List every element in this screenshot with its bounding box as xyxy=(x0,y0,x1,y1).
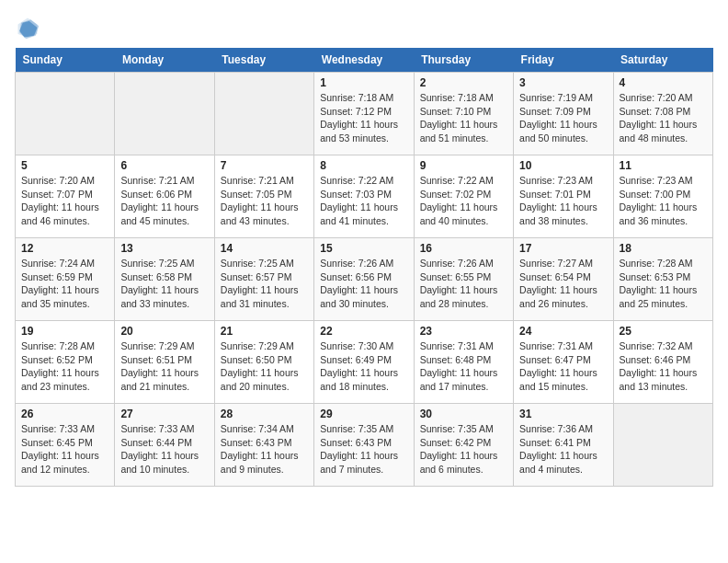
sunrise-text: Sunrise: 7:35 AM xyxy=(420,422,507,436)
calendar-cell: 2Sunrise: 7:18 AMSunset: 7:10 PMDaylight… xyxy=(414,73,513,155)
day-info: Sunrise: 7:23 AMSunset: 7:01 PMDaylight:… xyxy=(519,174,607,228)
calendar-cell: 11Sunrise: 7:23 AMSunset: 7:00 PMDayligh… xyxy=(613,155,712,238)
sunrise-text: Sunrise: 7:20 AM xyxy=(21,174,108,188)
sunset-text: Sunset: 6:52 PM xyxy=(21,353,108,367)
day-number: 8 xyxy=(320,159,407,172)
sunrise-text: Sunrise: 7:30 AM xyxy=(320,339,407,353)
day-number: 3 xyxy=(519,76,607,89)
calendar-cell: 18Sunrise: 7:28 AMSunset: 6:53 PMDayligh… xyxy=(613,238,712,321)
day-info: Sunrise: 7:35 AMSunset: 6:42 PMDaylight:… xyxy=(420,422,507,477)
calendar-cell: 8Sunrise: 7:22 AMSunset: 7:03 PMDaylight… xyxy=(314,155,414,238)
weekday-header: Sunday xyxy=(16,48,115,73)
daylight-text: Daylight: 11 hours and 9 minutes. xyxy=(221,449,308,476)
sunrise-text: Sunrise: 7:29 AM xyxy=(120,339,208,353)
day-number: 4 xyxy=(620,76,707,89)
day-info: Sunrise: 7:27 AMSunset: 6:54 PMDaylight:… xyxy=(519,257,607,311)
day-info: Sunrise: 7:28 AMSunset: 6:53 PMDaylight:… xyxy=(620,257,707,311)
calendar-cell: 7Sunrise: 7:21 AMSunset: 7:05 PMDaylight… xyxy=(214,155,313,238)
day-info: Sunrise: 7:25 AMSunset: 6:57 PMDaylight:… xyxy=(221,257,308,311)
weekday-header: Tuesday xyxy=(214,48,313,73)
daylight-text: Daylight: 11 hours and 46 minutes. xyxy=(21,201,108,227)
weekday-header: Saturday xyxy=(613,48,712,73)
sunrise-text: Sunrise: 7:36 AM xyxy=(519,422,607,436)
sunset-text: Sunset: 7:00 PM xyxy=(620,188,707,201)
day-info: Sunrise: 7:36 AMSunset: 6:41 PMDaylight:… xyxy=(519,422,607,477)
sunrise-text: Sunrise: 7:19 AM xyxy=(519,91,607,105)
daylight-text: Daylight: 11 hours and 31 minutes. xyxy=(221,283,308,310)
day-number: 31 xyxy=(519,408,607,420)
day-info: Sunrise: 7:21 AMSunset: 6:06 PMDaylight:… xyxy=(120,174,208,228)
sunset-text: Sunset: 7:08 PM xyxy=(620,105,707,119)
sunset-text: Sunset: 6:42 PM xyxy=(420,436,507,450)
day-info: Sunrise: 7:35 AMSunset: 6:43 PMDaylight:… xyxy=(320,422,407,477)
daylight-text: Daylight: 11 hours and 43 minutes. xyxy=(221,201,308,227)
sunrise-text: Sunrise: 7:26 AM xyxy=(320,257,407,270)
sunset-text: Sunset: 6:50 PM xyxy=(221,353,308,367)
sunrise-text: Sunrise: 7:21 AM xyxy=(120,174,208,188)
day-info: Sunrise: 7:34 AMSunset: 6:43 PMDaylight:… xyxy=(221,422,308,477)
sunrise-text: Sunrise: 7:28 AM xyxy=(21,339,108,353)
day-number: 24 xyxy=(519,325,607,338)
sunset-text: Sunset: 6:43 PM xyxy=(221,436,308,450)
sunrise-text: Sunrise: 7:34 AM xyxy=(221,422,308,436)
calendar-cell: 13Sunrise: 7:25 AMSunset: 6:58 PMDayligh… xyxy=(115,238,214,321)
sunset-text: Sunset: 6:51 PM xyxy=(120,353,208,367)
daylight-text: Daylight: 11 hours and 6 minutes. xyxy=(420,449,507,476)
calendar-cell: 23Sunrise: 7:31 AMSunset: 6:48 PMDayligh… xyxy=(414,321,513,404)
day-number: 10 xyxy=(519,159,607,172)
day-number: 26 xyxy=(21,408,108,420)
day-info: Sunrise: 7:31 AMSunset: 6:48 PMDaylight:… xyxy=(420,339,507,394)
day-info: Sunrise: 7:26 AMSunset: 6:55 PMDaylight:… xyxy=(420,257,507,311)
sunrise-text: Sunrise: 7:31 AM xyxy=(519,339,607,353)
sunrise-text: Sunrise: 7:18 AM xyxy=(420,91,507,105)
calendar-week-row: 12Sunrise: 7:24 AMSunset: 6:59 PMDayligh… xyxy=(16,238,713,321)
sunrise-text: Sunrise: 7:33 AM xyxy=(21,422,108,436)
sunrise-text: Sunrise: 7:28 AM xyxy=(620,257,707,270)
calendar-cell: 30Sunrise: 7:35 AMSunset: 6:42 PMDayligh… xyxy=(414,404,513,487)
sunrise-text: Sunrise: 7:18 AM xyxy=(320,91,407,105)
day-number: 9 xyxy=(420,159,507,172)
daylight-text: Daylight: 11 hours and 53 minutes. xyxy=(320,118,407,144)
day-number: 6 xyxy=(120,159,208,172)
day-number: 1 xyxy=(320,76,407,89)
sunset-text: Sunset: 7:09 PM xyxy=(519,105,607,119)
calendar-cell: 16Sunrise: 7:26 AMSunset: 6:55 PMDayligh… xyxy=(414,238,513,321)
sunset-text: Sunset: 7:05 PM xyxy=(221,188,308,201)
calendar-cell: 21Sunrise: 7:29 AMSunset: 6:50 PMDayligh… xyxy=(214,321,313,404)
daylight-text: Daylight: 11 hours and 33 minutes. xyxy=(120,283,208,310)
weekday-header: Monday xyxy=(115,48,214,73)
day-number: 29 xyxy=(320,408,407,420)
calendar-table: SundayMondayTuesdayWednesdayThursdayFrid… xyxy=(15,48,713,487)
daylight-text: Daylight: 11 hours and 20 minutes. xyxy=(221,366,308,393)
calendar-cell: 31Sunrise: 7:36 AMSunset: 6:41 PMDayligh… xyxy=(514,404,613,487)
day-number: 18 xyxy=(620,242,707,255)
day-number: 15 xyxy=(320,242,407,255)
daylight-text: Daylight: 11 hours and 41 minutes. xyxy=(320,201,407,227)
calendar-cell: 25Sunrise: 7:32 AMSunset: 6:46 PMDayligh… xyxy=(613,321,712,404)
day-info: Sunrise: 7:18 AMSunset: 7:10 PMDaylight:… xyxy=(420,91,507,145)
sunset-text: Sunset: 6:47 PM xyxy=(519,353,607,367)
day-info: Sunrise: 7:28 AMSunset: 6:52 PMDaylight:… xyxy=(21,339,108,394)
day-number: 20 xyxy=(120,325,208,338)
calendar-cell: 4Sunrise: 7:20 AMSunset: 7:08 PMDaylight… xyxy=(613,73,712,155)
day-info: Sunrise: 7:22 AMSunset: 7:02 PMDaylight:… xyxy=(420,174,507,228)
day-number: 25 xyxy=(620,325,707,338)
day-info: Sunrise: 7:26 AMSunset: 6:56 PMDaylight:… xyxy=(320,257,407,311)
day-number: 13 xyxy=(120,242,208,255)
daylight-text: Daylight: 11 hours and 28 minutes. xyxy=(420,283,507,310)
sunset-text: Sunset: 6:48 PM xyxy=(420,353,507,367)
sunset-text: Sunset: 6:57 PM xyxy=(221,270,308,284)
sunrise-text: Sunrise: 7:23 AM xyxy=(519,174,607,188)
sunrise-text: Sunrise: 7:21 AM xyxy=(221,174,308,188)
day-number: 21 xyxy=(221,325,308,338)
calendar-header: SundayMondayTuesdayWednesdayThursdayFrid… xyxy=(16,48,713,73)
calendar-cell: 14Sunrise: 7:25 AMSunset: 6:57 PMDayligh… xyxy=(214,238,313,321)
sunset-text: Sunset: 6:54 PM xyxy=(519,270,607,284)
sunrise-text: Sunrise: 7:23 AM xyxy=(620,174,707,188)
weekday-header: Thursday xyxy=(414,48,513,73)
day-info: Sunrise: 7:29 AMSunset: 6:51 PMDaylight:… xyxy=(120,339,208,394)
calendar-cell: 1Sunrise: 7:18 AMSunset: 7:12 PMDaylight… xyxy=(314,73,414,155)
sunrise-text: Sunrise: 7:25 AM xyxy=(221,257,308,270)
logo xyxy=(15,15,44,40)
calendar-cell: 28Sunrise: 7:34 AMSunset: 6:43 PMDayligh… xyxy=(214,404,313,487)
